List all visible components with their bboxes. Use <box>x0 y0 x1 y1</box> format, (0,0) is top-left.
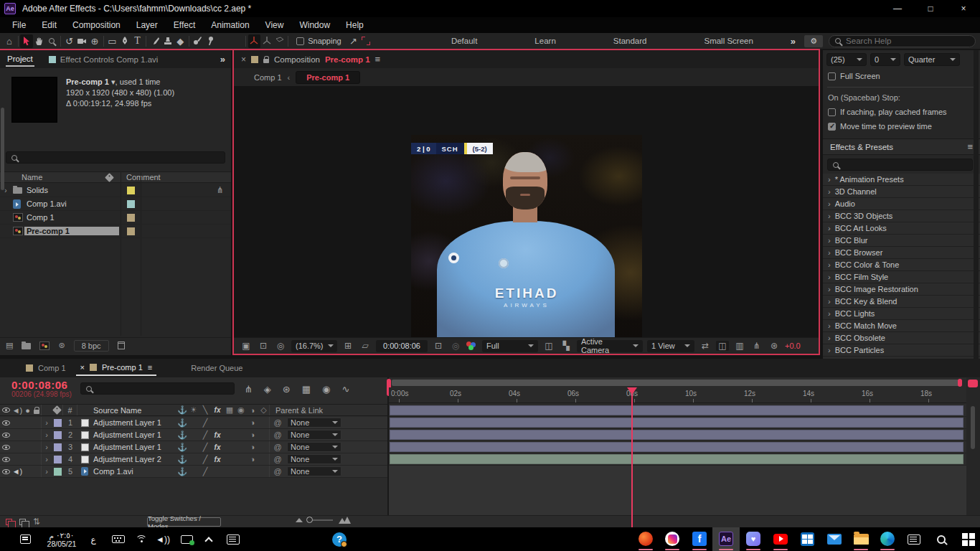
label-column-icon[interactable] <box>99 174 119 181</box>
layer-quality-toggle[interactable]: ╱ <box>199 466 211 477</box>
help-search-box[interactable] <box>829 35 976 47</box>
solo-icon[interactable]: ● <box>23 405 32 415</box>
layer-collapse-toggle[interactable] <box>188 429 199 441</box>
layer-parent-dropdown[interactable]: None <box>287 418 341 428</box>
flowchart-icon[interactable]: ⋔ <box>750 341 763 351</box>
panel-scrollbar[interactable] <box>974 50 979 359</box>
snapshot-icon[interactable]: ⊡ <box>432 341 445 351</box>
type-tool-icon[interactable]: T <box>131 34 144 48</box>
layer-solo-toggle[interactable] <box>23 429 32 441</box>
layer-visibility-toggle eye-icon[interactable] <box>0 466 11 477</box>
snap-bounds-icon[interactable] <box>359 34 372 48</box>
current-time-display[interactable]: 0:00:08:06 00206 (24.998 fps) <box>0 377 72 399</box>
chevron-right-icon[interactable]: › <box>828 273 831 281</box>
project-item-row[interactable]: › Pre-comp 1 ⋔ <box>0 225 231 238</box>
layer-collapse-toggle[interactable] <box>188 417 199 428</box>
layer-label-swatch[interactable] <box>52 453 63 465</box>
project-item-row[interactable]: › Solids ⋔ <box>0 184 231 197</box>
layer-visibility-toggle eye-icon[interactable] <box>0 429 11 441</box>
layer-label-swatch[interactable] <box>52 429 63 441</box>
new-composition-icon[interactable] <box>39 342 50 350</box>
roto-brush-tool-icon[interactable] <box>192 34 204 48</box>
effects-category-row[interactable]: › BCC Film Style <box>823 271 980 283</box>
layer-3d-toggle[interactable] <box>258 441 270 453</box>
hand-tool-icon[interactable] <box>33 34 46 48</box>
layer-expand-chevron[interactable]: › <box>42 466 52 477</box>
effects-category-row[interactable]: › BCC Color & Tone <box>823 259 980 271</box>
chevron-right-icon[interactable]: › <box>828 224 831 232</box>
snapping-control[interactable]: Snapping <box>296 37 341 45</box>
taskbar-app-after-effects[interactable]: Ae <box>717 530 735 547</box>
panel-menu-icon[interactable]: ≡ <box>148 363 152 372</box>
layer-lock-toggle[interactable] <box>32 441 42 453</box>
workspace-tab[interactable]: Standard <box>585 37 676 45</box>
effects-category-row[interactable]: › BCC Key & Blend <box>823 296 980 308</box>
layer-adjustment-toggle[interactable]: ◑ <box>247 441 258 453</box>
workspace-overflow-chevrons[interactable]: » <box>782 36 804 47</box>
layer-frame-blend-toggle[interactable] <box>224 453 235 465</box>
layer-adjustment-toggle[interactable]: ◑ <box>247 429 258 441</box>
layer-lock-toggle[interactable] <box>32 417 42 428</box>
menu-item[interactable]: Effect <box>166 20 203 30</box>
display-security-icon[interactable] <box>176 527 197 551</box>
project-search-box[interactable] <box>6 151 225 164</box>
frame-blend-column-icon[interactable]: ▦ <box>224 405 235 415</box>
project-item-name[interactable]: Pre-comp 1 <box>24 227 119 235</box>
zoom-slider[interactable] <box>308 519 333 521</box>
label-swatch[interactable] <box>127 187 135 194</box>
chevron-right-icon[interactable]: › <box>828 297 831 306</box>
frame-blending-master-icon[interactable]: ▦ <box>302 384 311 395</box>
layer-quality-toggle[interactable]: ╱ <box>199 417 211 428</box>
layer-adjustment-toggle[interactable]: ◑ <box>247 453 258 465</box>
menu-item[interactable]: Animation <box>203 20 257 30</box>
timeline-tab-comp1[interactable]: Comp 1 <box>22 361 70 375</box>
layer-shy-toggle[interactable]: ⚓ <box>176 441 188 453</box>
chevron-right-icon[interactable]: › <box>828 212 831 220</box>
interpret-footage-icon[interactable]: ▤ <box>6 341 13 350</box>
layer-motion-blur-toggle[interactable] <box>235 417 247 428</box>
pan-behind-tool-icon[interactable]: ⊕ <box>88 34 101 48</box>
taskbar-app-filmora[interactable] <box>637 530 654 547</box>
workspace-tab[interactable]: Small Screen <box>675 37 781 45</box>
menu-item[interactable]: Edit <box>34 20 65 30</box>
label-column-icon[interactable] <box>52 405 63 415</box>
timeline-scrollbar[interactable] <box>966 377 980 527</box>
snapping-checkbox[interactable] <box>296 37 304 45</box>
layer-source-name[interactable]: Comp 1.avi <box>92 466 176 477</box>
project-item-name[interactable]: Comp 1.avi <box>24 199 119 208</box>
layer-frame-blend-toggle[interactable] <box>224 417 235 428</box>
tab-project[interactable]: Project <box>6 52 34 67</box>
move-time-checkbox checkmark-icon[interactable] <box>828 123 836 131</box>
scrollbar-thumb[interactable] <box>1 108 4 190</box>
layer-solo-toggle[interactable] <box>23 453 32 465</box>
layer-parent-dropdown[interactable]: None <box>287 442 341 452</box>
pen-tool-icon[interactable] <box>118 34 131 48</box>
zoom-in-icon[interactable] <box>339 517 350 524</box>
layer-expand-chevron[interactable]: › <box>42 441 52 453</box>
exposure-value[interactable]: +0.0 <box>785 342 801 350</box>
navigator-end-cap[interactable] <box>968 380 978 387</box>
layer-label-swatch[interactable] <box>52 441 63 453</box>
project-item-row[interactable]: › Comp 1 ⋔ <box>0 211 231 225</box>
timeline-layer-row[interactable]: ◄) › 2 Adjustment Layer 1 ⚓ ╱ fx ◑ <box>0 429 387 441</box>
effects-category-row[interactable]: › BCC 3D Objects <box>823 210 980 222</box>
layer-label-swatch[interactable] <box>52 466 63 477</box>
main-viewer-icon[interactable]: ⊡ <box>257 341 270 351</box>
draft-3d-icon[interactable]: ⊛ <box>283 384 291 395</box>
collapse-column-icon[interactable]: ☀ <box>188 405 199 415</box>
menu-item[interactable]: Window <box>291 20 338 30</box>
label-swatch[interactable] <box>127 227 135 235</box>
layer-fx-badge[interactable]: fx <box>211 429 224 441</box>
help-search-input[interactable] <box>846 37 953 45</box>
zoom-slider-knob[interactable] <box>306 517 313 523</box>
exposure-reset-icon[interactable]: ⊛ <box>768 341 781 351</box>
layer-visibility-toggle eye-icon[interactable] <box>0 453 11 465</box>
world-axis-mode-icon[interactable] <box>260 34 273 48</box>
timeline-search-box[interactable] <box>80 382 235 395</box>
hidden-icons-chevron[interactable] <box>199 527 218 551</box>
panel-menu-icon[interactable]: ≡ <box>967 141 973 152</box>
tab-effect-controls[interactable]: Effect Controls Comp 1.avi <box>49 55 159 64</box>
puppet-pin-tool-icon[interactable] <box>204 34 217 48</box>
project-settings-icon[interactable]: ⊛ <box>58 341 65 350</box>
layer-collapse-toggle[interactable] <box>188 466 199 477</box>
